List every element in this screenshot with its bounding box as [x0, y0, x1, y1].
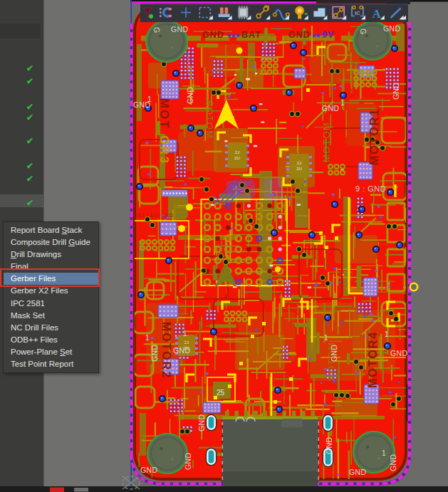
svg-text:1: 1	[145, 334, 150, 342]
svg-text:1: 1	[340, 99, 345, 107]
svg-text:1: 1	[324, 334, 328, 342]
svg-text:GND: GND	[140, 466, 158, 474]
svg-text:03.1 | 1/0 | LED: 03.1 | 1/0 | LED	[134, 212, 174, 219]
svg-text:GND: GND	[202, 30, 224, 40]
svg-text:1: 1	[385, 330, 389, 338]
svg-text:9 : GND: 9 : GND	[355, 184, 386, 193]
svg-text:2J: 2J	[235, 150, 239, 155]
svg-text:2J: 2J	[297, 161, 301, 165]
svg-text:1: 1	[147, 95, 152, 103]
svg-text:9V: 9V	[322, 30, 334, 40]
svg-text:25: 25	[217, 389, 225, 397]
svg-text:MOTOR4: MOTOR4	[367, 331, 379, 388]
svg-text:2U: 2U	[234, 156, 240, 160]
svg-text:GND: GND	[383, 24, 401, 33]
svg-text:MOT: MOT	[158, 98, 171, 130]
svg-text:GND: GND	[186, 86, 194, 104]
svg-text:GND: GND	[349, 468, 367, 476]
svg-text:MOTOR1: MOTOR1	[368, 108, 380, 165]
svg-text:OR3: OR3	[158, 135, 171, 164]
svg-text:2J: 2J	[184, 340, 189, 345]
svg-text:GND: GND	[325, 436, 333, 454]
svg-text:MOTOR2: MOTOR2	[160, 322, 172, 379]
svg-text:GND: GND	[150, 344, 159, 362]
svg-text:MOTOM: MOTOM	[321, 122, 332, 162]
svg-text:IC: IC	[355, 10, 360, 16]
svg-text:GND: GND	[389, 454, 397, 471]
svg-text:ЯOTOM: ЯOTOM	[204, 100, 215, 140]
svg-text:1: 1	[382, 449, 386, 457]
svg-text:1: 1	[183, 330, 187, 337]
svg-text:GND: GND	[171, 25, 189, 33]
svg-text:G: G	[359, 28, 368, 34]
svg-text:GND: GND	[392, 82, 400, 100]
svg-text:GND: GND	[184, 452, 192, 470]
svg-text:BAT: BAT	[241, 30, 261, 40]
svg-text:GND: GND	[288, 30, 311, 40]
svg-text:GND: GND	[197, 414, 206, 431]
svg-text:GND: GND	[390, 349, 408, 357]
svg-text:GND: GND	[173, 346, 191, 355]
svg-text:G: G	[152, 27, 161, 33]
svg-text:2U: 2U	[296, 167, 302, 171]
svg-text:A: A	[373, 7, 382, 21]
svg-text:GND: GND	[322, 104, 340, 112]
svg-text:GND: GND	[330, 344, 338, 362]
